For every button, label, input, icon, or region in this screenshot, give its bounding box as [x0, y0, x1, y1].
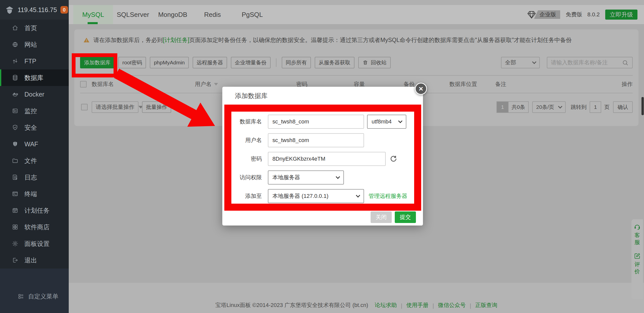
database-icon: [12, 74, 18, 81]
monitor-icon: [12, 108, 18, 114]
batch-select-checkbox[interactable]: [81, 104, 88, 110]
recycle-bin-button[interactable]: 回收站: [358, 57, 391, 68]
footer-link-2[interactable]: 使用手册: [406, 301, 428, 309]
sidebar-item-label: 退出: [24, 256, 37, 264]
column-header-7: 备注: [495, 80, 622, 88]
filter-select[interactable]: 全部: [501, 57, 540, 68]
version-number: 8.0.2: [587, 11, 600, 18]
manage-remote-server-link[interactable]: 管理远程服务器: [369, 192, 407, 200]
headset-icon[interactable]: [634, 223, 641, 230]
sync-all-button[interactable]: 同步所有: [282, 57, 311, 68]
waf-icon: [12, 141, 18, 147]
target-row: 添加至 本地服务器 (127.0.0.1) 管理远程服务器: [232, 189, 423, 203]
sidebar-header: 119.45.116.75 0: [0, 0, 69, 20]
batch-apply-button[interactable]: 批量操作: [142, 101, 171, 113]
access-row: 访问权限 本地服务器: [232, 170, 423, 185]
tab-sqlserver[interactable]: SQLServer: [113, 5, 153, 24]
tab-pgsql[interactable]: PgSQL: [232, 5, 272, 24]
search-input[interactable]: [551, 59, 619, 66]
sidebar-item-shield-check[interactable]: 安全: [0, 119, 69, 136]
shield-check-icon: [12, 124, 18, 131]
message-count-badge[interactable]: 0: [60, 6, 68, 14]
sidebar-item-waf[interactable]: WAF: [0, 136, 69, 152]
toolbar: 添加数据库 root密码 phpMyAdmin 远程服务器 企业增量备份 同步所…: [80, 54, 633, 72]
page-jump: 跳转到 页 确认: [571, 101, 633, 113]
sidebar-item-logout[interactable]: 退出: [0, 252, 69, 269]
enterprise-backup-button[interactable]: 企业增量备份: [231, 57, 271, 68]
sidebar-item-label: 软件商店: [24, 223, 50, 231]
terminal-icon: [12, 191, 18, 197]
search-icon[interactable]: [622, 59, 629, 66]
upgrade-button[interactable]: 立即升级: [605, 10, 637, 20]
add-database-button[interactable]: 添加数据库: [80, 57, 115, 68]
refresh-password-icon[interactable]: [390, 155, 397, 163]
custom-menu-button[interactable]: 自定义菜单: [18, 292, 58, 300]
password-label: 密码: [232, 155, 262, 163]
sidebar-item-gear[interactable]: 面板设置: [0, 235, 69, 252]
batch-action-select[interactable]: 请选择批量操作: [92, 101, 138, 113]
review-link[interactable]: 评价: [634, 261, 640, 275]
close-icon[interactable]: ×: [415, 83, 427, 95]
sidebar-item-docker[interactable]: Docker: [0, 86, 69, 103]
sidebar-item-database[interactable]: 数据库: [0, 69, 69, 86]
phpmyadmin-button[interactable]: phpMyAdmin: [150, 57, 189, 68]
sidebar-item-label: 日志: [24, 173, 37, 182]
enterprise-badge[interactable]: 企业版: [534, 10, 560, 19]
db-type-tabs: MySQLSQLServerMongoDBRedisPgSQL: [73, 5, 272, 24]
sidebar-item-terminal[interactable]: 终端: [0, 186, 69, 202]
page-number-button[interactable]: 1: [496, 101, 509, 113]
scrollbar-thumb[interactable]: [641, 97, 644, 115]
sidebar-item-calendar[interactable]: 计划任务: [0, 202, 69, 219]
page-jump-confirm-button[interactable]: 确认: [613, 101, 633, 113]
copyright: 宝塔Linux面板 ©2014-2023 广东堡塔安全技术有限公司 (bt.cn…: [216, 301, 368, 309]
sidebar-item-monitor[interactable]: 监控: [0, 103, 69, 119]
chevron-down-icon: [356, 193, 360, 198]
tab-bar: MySQLSQLServerMongoDBRedisPgSQL 企业版 免费版 …: [69, 5, 644, 24]
sidebar-item-globe[interactable]: 网站: [0, 36, 69, 53]
modal-submit-button[interactable]: 提交: [395, 211, 416, 223]
access-select[interactable]: 本地服务器: [268, 170, 344, 185]
remote-server-button[interactable]: 远程服务器: [193, 57, 227, 68]
total-count: 共0条: [509, 101, 529, 113]
custom-menu-label: 自定义菜单: [28, 292, 58, 300]
server-ip[interactable]: 119.45.116.75: [18, 6, 57, 14]
sidebar-item-home[interactable]: 首页: [0, 20, 69, 36]
modal-close-button[interactable]: 关闭: [371, 211, 392, 223]
footer-link-1[interactable]: 论坛求助: [375, 301, 397, 309]
tab-mysql[interactable]: MySQL: [73, 5, 113, 24]
edit-icon[interactable]: [634, 252, 641, 259]
get-from-server-button[interactable]: 从服务器获取: [315, 57, 354, 68]
per-page-select[interactable]: 20条/页: [532, 101, 566, 113]
access-label: 访问权限: [232, 174, 262, 181]
add-database-modal: 添加数据库 × 数据库名 utf8mb4 用户名 密码 访问权限 本地服务器: [222, 87, 423, 226]
select-all-checkbox[interactable]: [80, 81, 87, 87]
sidebar-item-label: WAF: [24, 141, 38, 148]
charset-select[interactable]: utf8mb4: [367, 115, 406, 129]
db-name-field[interactable]: [268, 115, 364, 129]
footer-link-3[interactable]: 微信公众号: [438, 301, 466, 309]
customer-service-link[interactable]: 客服: [634, 232, 640, 246]
root-password-button[interactable]: root密码: [118, 57, 146, 68]
tab-mongodb[interactable]: MongoDB: [153, 5, 193, 24]
backup-notice: 请在添加数据库后，务必到[计划任务]页面添加定时备份任务，以确保您的数据安全。温…: [80, 29, 633, 51]
custom-menu-icon: [18, 293, 24, 300]
cron-tasks-link[interactable]: [计划任务]: [163, 37, 189, 43]
footer-separator: |: [470, 302, 471, 309]
sidebar-item-label: 文件: [24, 157, 37, 165]
sidebar-item-ftp[interactable]: FTP: [0, 53, 69, 69]
username-field[interactable]: [268, 133, 364, 147]
target-server-select[interactable]: 本地服务器 (127.0.0.1): [268, 189, 364, 203]
sidebar-item-log[interactable]: 日志: [0, 169, 69, 186]
footer-link-4[interactable]: 正版查询: [475, 301, 497, 309]
page-jump-input[interactable]: [590, 101, 601, 113]
tab-redis[interactable]: Redis: [193, 5, 232, 24]
target-label: 添加至: [232, 192, 262, 200]
sidebar-item-label: 监控: [24, 107, 37, 115]
sidebar-item-folder[interactable]: 文件: [0, 152, 69, 169]
sidebar-item-store[interactable]: 软件商店: [0, 219, 69, 235]
globe-icon: [12, 41, 18, 48]
sidebar-item-label: FTP: [24, 58, 36, 65]
modal-title: 添加数据库: [222, 87, 423, 105]
password-field[interactable]: [268, 152, 386, 166]
column-header-8: 操作: [622, 80, 633, 88]
